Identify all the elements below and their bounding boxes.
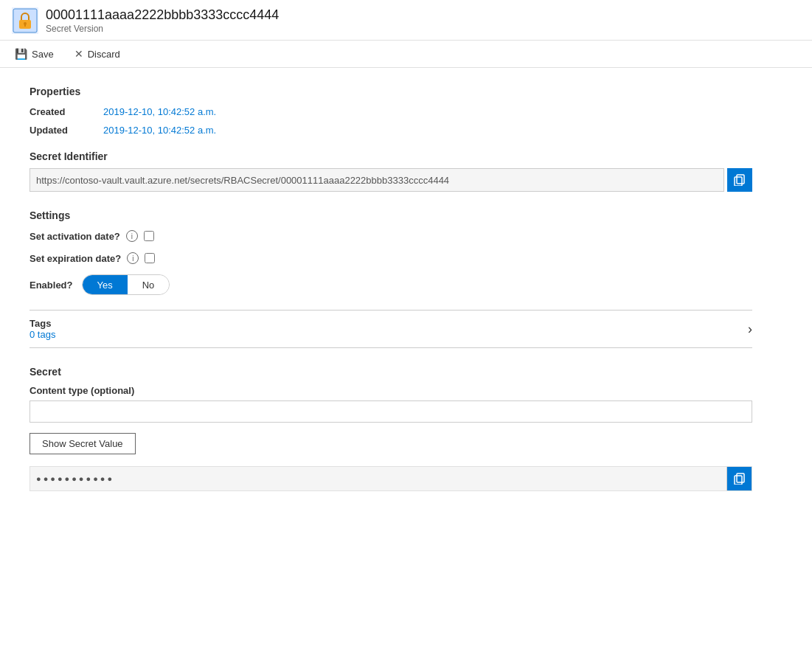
identifier-section: Secret Identifier xyxy=(30,150,752,192)
secret-heading: Secret xyxy=(30,366,752,378)
save-label: Save xyxy=(32,49,54,60)
updated-label: Updated xyxy=(30,125,103,136)
discard-label: Discard xyxy=(88,49,120,60)
updated-value: 2019-12-10, 10:42:52 a.m. xyxy=(103,125,216,136)
updated-row: Updated 2019-12-10, 10:42:52 a.m. xyxy=(30,125,752,136)
toolbar: 💾 Save ✕ Discard xyxy=(0,41,812,68)
expiration-label: Set expiration date? xyxy=(30,253,121,264)
settings-heading: Settings xyxy=(30,209,752,221)
save-icon: 💾 xyxy=(15,48,27,60)
identifier-copy-button[interactable] xyxy=(727,168,752,192)
header-text: 00001111aaaa2222bbbb3333cccc4444 Secret … xyxy=(46,7,279,34)
toggle-no-button[interactable]: No xyxy=(128,275,170,294)
svg-rect-5 xyxy=(737,175,744,184)
identifier-label: Secret Identifier xyxy=(30,150,752,162)
toggle-yes-button[interactable]: Yes xyxy=(83,275,128,294)
tags-heading: Tags xyxy=(30,318,55,329)
content-type-input[interactable] xyxy=(30,400,752,423)
page-header: 00001111aaaa2222bbbb3333cccc4444 Secret … xyxy=(0,0,812,41)
discard-button[interactable]: ✕ Discard xyxy=(72,46,123,61)
save-button[interactable]: 💾 Save xyxy=(12,46,57,61)
activation-date-row: Set activation date? i xyxy=(30,230,752,242)
properties-section: Properties Created 2019-12-10, 10:42:52 … xyxy=(30,86,752,136)
identifier-input[interactable] xyxy=(30,168,724,192)
secret-dots-display: ●●●●●●●●●●● xyxy=(30,467,723,490)
main-content: Properties Created 2019-12-10, 10:42:52 … xyxy=(0,68,782,521)
enabled-label: Enabled? xyxy=(30,280,73,291)
activation-info-icon: i xyxy=(126,230,138,242)
page-subtitle: Secret Version xyxy=(46,24,279,34)
created-value: 2019-12-10, 10:42:52 a.m. xyxy=(103,106,216,117)
chevron-right-icon: › xyxy=(748,322,752,337)
svg-rect-6 xyxy=(735,177,742,186)
expiration-info-icon: i xyxy=(127,252,139,264)
svg-rect-8 xyxy=(735,476,742,485)
show-secret-button[interactable]: Show Secret Value xyxy=(30,433,136,454)
svg-rect-7 xyxy=(737,474,744,482)
activation-label: Set activation date? xyxy=(30,231,120,242)
content-type-label: Content type (optional) xyxy=(30,385,752,396)
enabled-row: Enabled? Yes No xyxy=(30,274,752,295)
enabled-toggle: Yes No xyxy=(82,274,170,295)
secret-value-row: ●●●●●●●●●●● xyxy=(30,466,752,491)
secret-section: Secret Content type (optional) Show Secr… xyxy=(30,366,752,491)
expiration-checkbox[interactable] xyxy=(145,253,155,263)
page-title: 00001111aaaa2222bbbb3333cccc4444 xyxy=(46,7,279,24)
tags-section[interactable]: Tags 0 tags › xyxy=(30,310,752,348)
created-label: Created xyxy=(30,106,103,117)
identifier-input-row xyxy=(30,168,752,192)
tags-left: Tags 0 tags xyxy=(30,318,55,340)
svg-rect-4 xyxy=(24,24,26,27)
activation-checkbox[interactable] xyxy=(144,231,154,241)
tags-count: 0 tags xyxy=(30,329,55,340)
discard-icon: ✕ xyxy=(74,48,83,60)
settings-section: Settings Set activation date? i Set expi… xyxy=(30,209,752,295)
created-row: Created 2019-12-10, 10:42:52 a.m. xyxy=(30,106,752,117)
secret-copy-button[interactable] xyxy=(726,467,752,490)
app-icon xyxy=(12,7,38,34)
properties-heading: Properties xyxy=(30,86,752,97)
expiration-date-row: Set expiration date? i xyxy=(30,252,752,264)
secret-copy-icon xyxy=(734,473,746,485)
copy-icon xyxy=(734,174,746,186)
